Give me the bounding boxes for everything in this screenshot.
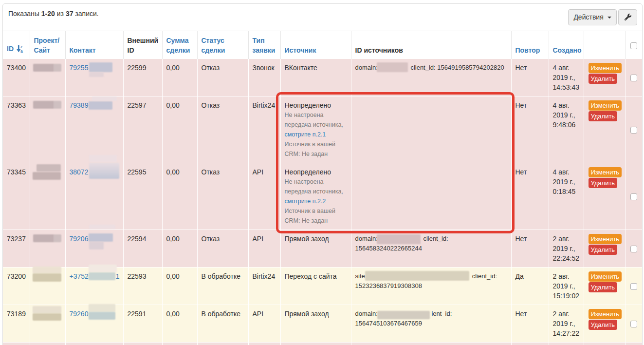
svg-text:a: a [20,49,23,53]
